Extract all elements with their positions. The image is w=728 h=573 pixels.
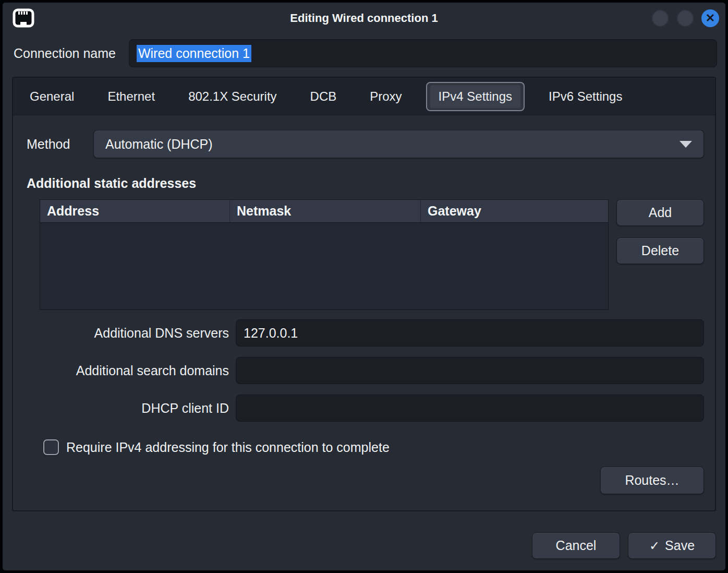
tab-dcb[interactable]: DCB (301, 84, 346, 109)
tab-8021x-security[interactable]: 802.1X Security (179, 84, 286, 109)
connection-name-value: Wired connection 1 (137, 45, 251, 62)
connection-name-label: Connection name (14, 46, 116, 61)
dns-servers-label: Additional DNS servers (27, 326, 229, 341)
column-header-gateway[interactable]: Gateway (420, 200, 608, 222)
add-button[interactable]: Add (616, 199, 704, 226)
require-ipv4-label: Require IPv4 addressing for this connect… (66, 440, 390, 455)
chevron-down-icon (680, 141, 692, 148)
ethernet-port-icon (12, 8, 35, 29)
addresses-table[interactable]: Address Netmask Gateway (40, 199, 609, 310)
tab-ipv6-settings[interactable]: IPv6 Settings (539, 84, 632, 109)
cancel-button[interactable]: Cancel (532, 532, 620, 559)
method-dropdown[interactable]: Automatic (DHCP) (93, 130, 704, 158)
tab-strip: General Ethernet 802.1X Security DCB Pro… (13, 78, 715, 115)
method-value: Automatic (DHCP) (105, 137, 213, 152)
dialog-editing-wired-connection: Editing Wired connection 1 ✕ Connection … (0, 0, 728, 573)
search-domains-label: Additional search domains (27, 363, 229, 378)
settings-notebook: General Ethernet 802.1X Security DCB Pro… (12, 77, 716, 511)
addresses-table-body[interactable] (40, 223, 608, 310)
window-title: Editing Wired connection 1 (3, 11, 725, 25)
column-header-address[interactable]: Address (40, 200, 229, 222)
ipv4-settings-panel: Method Automatic (DHCP) Additional stati… (13, 115, 715, 510)
save-button[interactable]: ✓ Save (628, 532, 716, 559)
tab-proxy[interactable]: Proxy (360, 84, 411, 109)
dhcp-client-id-input[interactable] (236, 395, 704, 422)
tab-ipv4-settings[interactable]: IPv4 Settings (426, 82, 525, 111)
checkmark-icon: ✓ (649, 539, 660, 553)
require-ipv4-checkbox[interactable] (43, 439, 59, 455)
search-domains-input[interactable] (236, 357, 704, 384)
delete-button[interactable]: Delete (616, 237, 704, 264)
tab-general[interactable]: General (20, 84, 83, 109)
column-header-netmask[interactable]: Netmask (229, 200, 420, 222)
tab-ethernet[interactable]: Ethernet (98, 84, 164, 109)
addresses-table-header: Address Netmask Gateway (40, 200, 608, 223)
method-label: Method (27, 137, 93, 152)
close-icon: ✕ (706, 13, 715, 24)
dns-servers-input[interactable] (236, 319, 704, 347)
save-button-label: Save (665, 538, 695, 553)
maximize-button[interactable] (676, 9, 694, 27)
dhcp-client-id-label: DHCP client ID (27, 401, 229, 416)
addresses-section-title: Additional static addresses (27, 176, 704, 191)
close-button[interactable]: ✕ (701, 9, 719, 27)
titlebar: Editing Wired connection 1 ✕ (3, 3, 725, 34)
dialog-action-area: Cancel ✓ Save (3, 511, 725, 559)
connection-name-input[interactable]: Wired connection 1 (129, 39, 717, 67)
minimize-button[interactable] (651, 9, 669, 27)
routes-button[interactable]: Routes… (600, 467, 704, 494)
